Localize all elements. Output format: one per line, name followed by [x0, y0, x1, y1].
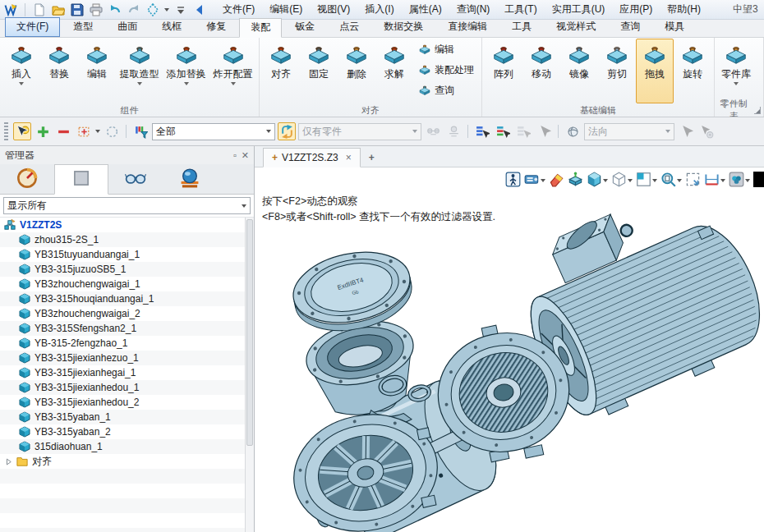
remove-select-icon[interactable]	[54, 122, 72, 140]
new-file-icon[interactable]	[32, 2, 47, 17]
menu-item-inquire[interactable]: 查询(N)	[449, 0, 498, 19]
render-dome-icon[interactable]	[728, 171, 751, 190]
ribbon-button-delete[interactable]: 删除	[338, 39, 375, 103]
collapse-ribbon-icon[interactable]	[192, 2, 207, 17]
ribbon-tab-repair[interactable]: 修复	[195, 17, 237, 37]
tree-scrollbar-thumb[interactable]	[246, 219, 253, 446]
ribbon-tab-point-cloud[interactable]: 点云	[328, 17, 370, 37]
ribbon-button-insert[interactable]: 插入	[2, 39, 40, 103]
menu-item-edit[interactable]: 编辑(E)	[262, 0, 310, 19]
ribbon-button-edit-constraint[interactable]: 编辑	[415, 41, 477, 58]
tree-folder[interactable]: 对齐	[0, 454, 245, 469]
ribbon-tab-sheet-metal[interactable]: 钣金	[283, 17, 326, 37]
ribbon-tab-shape[interactable]: 造型	[62, 17, 104, 37]
orientation-sphere-icon[interactable]	[564, 122, 582, 140]
print-icon[interactable]	[89, 2, 104, 17]
save-icon[interactable]	[70, 2, 85, 17]
filter-icon[interactable]	[131, 122, 150, 140]
manager-tab-visualization-manager[interactable]	[163, 164, 217, 194]
tree-item-YB3-315jiexianhedou_2[interactable]: YB3-315jiexianhedou_2	[0, 395, 245, 410]
pick-list-colored-icon[interactable]	[494, 122, 512, 140]
ribbon-tab-tools[interactable]: 工具	[500, 17, 543, 37]
manager-tab-history-manager[interactable]	[0, 164, 54, 194]
ribbon-tab-inquire[interactable]: 查询	[609, 17, 651, 37]
ribbon-tab-file[interactable]: 文件(F)	[5, 17, 60, 37]
ribbon-button-inquire-constraint[interactable]: 查询	[415, 82, 477, 99]
tree-root[interactable]: V1ZZT2S	[0, 218, 245, 232]
tree-item-315diaohuan_1[interactable]: 315diaohuan_1	[0, 439, 245, 454]
pick-highlight-icon[interactable]	[13, 122, 31, 140]
ribbon-tab-wireframe[interactable]: 线框	[150, 17, 193, 37]
tree-item-YB3-315jiexianhedou_1[interactable]: YB3-315jiexianhedou_1	[0, 380, 245, 395]
lasso-select-icon[interactable]	[103, 122, 121, 140]
view-orientation-icon[interactable]	[145, 2, 160, 17]
eraser-icon[interactable]	[548, 171, 565, 190]
ribbon-button-add-replace[interactable]: 添加替换	[163, 39, 209, 103]
new-tab-button[interactable]: +	[361, 149, 383, 167]
menu-item-tools[interactable]: 工具(T)	[497, 0, 544, 19]
tree-item-YB3zhouchengwaigai_1[interactable]: YB3zhouchengwaigai_1	[0, 277, 245, 291]
ribbon-tab-surface[interactable]: 曲面	[106, 17, 149, 37]
tree-item-YB-315-2fengzhao_1[interactable]: YB-315-2fengzhao_1	[0, 336, 245, 351]
window-select-icon[interactable]	[75, 122, 93, 140]
manager-tab-visibility-manager[interactable]	[108, 164, 163, 194]
ribbon-button-replace[interactable]: 替换	[40, 39, 78, 103]
close-tab-icon[interactable]: ×	[343, 152, 352, 163]
open-file-icon[interactable]	[51, 2, 66, 17]
ribbon-button-mirror[interactable]: 镜像	[560, 39, 598, 103]
menu-item-attributes[interactable]: 属性(A)	[402, 0, 449, 19]
background-swatch[interactable]	[752, 171, 764, 190]
ribbon-button-rotate[interactable]: 旋转	[674, 39, 711, 103]
restore-panel-icon[interactable]: ▫	[233, 150, 237, 161]
undo-icon[interactable]	[108, 2, 122, 17]
tree-item-YB3-315juzuoSB5_1[interactable]: YB3-315juzuoSB5_1	[0, 262, 245, 277]
ribbon-button-explode-config[interactable]: 炸开配置	[209, 39, 256, 103]
display-settings-icon[interactable]	[523, 171, 546, 190]
document-tab-v1zzt2s[interactable]: + V1ZZT2S.Z3 ×	[263, 148, 361, 167]
ribbon-tab-assembly[interactable]: 装配	[239, 18, 282, 38]
expander-icon[interactable]	[3, 456, 14, 467]
ribbon-button-extract-shape[interactable]: 提取造型	[116, 39, 163, 103]
close-panel-icon[interactable]: ✕	[242, 150, 249, 161]
measure-width-icon[interactable]	[703, 171, 726, 190]
ribbon-button-assembly-process[interactable]: 装配处理	[415, 62, 477, 79]
ribbon-button-pattern[interactable]: 阵列	[485, 39, 522, 103]
tree-item-zhou315-2S_1[interactable]: zhou315-2S_1	[0, 232, 245, 247]
tree-item-YB3-315houqianduangai_1[interactable]: YB3-315houqianduangai_1	[0, 291, 245, 306]
menu-item-insert[interactable]: 插入(I)	[357, 0, 401, 19]
walkthrough-icon[interactable]	[504, 171, 522, 190]
app-logo-icon[interactable]	[3, 2, 18, 17]
reuse-selection-icon[interactable]	[278, 122, 296, 140]
chevron-down-icon[interactable]	[164, 8, 169, 11]
redo-icon[interactable]	[127, 2, 141, 17]
ribbon-button-align[interactable]: 对齐	[262, 39, 300, 103]
view-layout-icon[interactable]	[635, 171, 658, 190]
zoom-view-icon[interactable]	[660, 171, 683, 190]
chevron-down-icon[interactable]	[95, 130, 100, 133]
pin-box-icon[interactable]	[567, 171, 584, 190]
fit-window-icon[interactable]	[684, 171, 702, 190]
ribbon-tab-visual-style[interactable]: 视觉样式	[545, 17, 607, 37]
menu-item-utilities[interactable]: 实用工具(U)	[545, 0, 613, 19]
tree-scrollbar[interactable]	[245, 218, 254, 532]
manager-tab-assembly-manager[interactable]	[54, 164, 108, 195]
eyebolt[interactable]	[619, 223, 633, 238]
pick-list-icon[interactable]	[473, 122, 491, 140]
entity-filter-combo[interactable]: 全部	[152, 123, 275, 140]
ribbon-tab-mold[interactable]: 模具	[653, 17, 696, 37]
ribbon-button-cut[interactable]: 剪切	[598, 39, 636, 103]
tree-item-YB3-315jiexianhezuo_1[interactable]: YB3-315jiexianhezuo_1	[0, 351, 245, 365]
3d-viewport[interactable]: ExdIIBT4 Gb	[255, 167, 764, 532]
add-select-icon[interactable]	[34, 122, 52, 140]
ribbon-button-drag[interactable]: 拖拽	[636, 39, 674, 103]
tree-item-YB3-315Sfengshan2_1[interactable]: YB3-315Sfengshan2_1	[0, 321, 245, 336]
menu-item-help[interactable]: 帮助(H)	[660, 0, 708, 19]
toolbar-grip[interactable]	[4, 122, 8, 140]
ribbon-button-move[interactable]: 移动	[522, 39, 560, 103]
ribbon-button-edit[interactable]: 编辑	[78, 39, 116, 103]
tree-item-YB3-315yaban_1[interactable]: YB3-315yaban_1	[0, 410, 245, 424]
ribbon-tab-data-exchange[interactable]: 数据交换	[372, 17, 435, 37]
tree-item-YB3-315jiexianhegai_1[interactable]: YB3-315jiexianhegai_1	[0, 365, 245, 380]
menu-item-application[interactable]: 应用(P)	[612, 0, 660, 19]
toolbar-options-icon[interactable]	[173, 2, 188, 17]
